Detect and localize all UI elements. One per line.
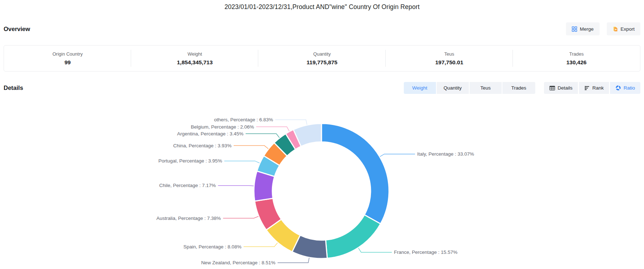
export-icon [613, 26, 618, 32]
stat-value: 119,775,875 [307, 59, 337, 66]
export-button-label: Export [621, 26, 635, 32]
tab-quantity[interactable]: Quantity [437, 82, 470, 94]
label-leader-line [218, 186, 254, 186]
stat-value: 130,426 [566, 59, 587, 66]
table-icon [549, 86, 555, 91]
label-leader-line [278, 258, 310, 263]
tab-weight[interactable]: Weight [404, 82, 437, 94]
pie-slice-france[interactable] [326, 215, 381, 258]
slice-label-china: China, Percentage : 3.93% [173, 143, 232, 148]
details-controls: Weight Quantity Teus Trades Details [404, 82, 640, 94]
ratio-view-label: Ratio [623, 85, 635, 91]
label-leader-line [243, 243, 277, 247]
slice-label-australia: Australia, Percentage : 7.38% [156, 216, 221, 221]
label-leader-line [358, 248, 392, 252]
details-heading: Details [4, 84, 23, 91]
stat-label: Weight [187, 51, 202, 57]
page-title: 2023/01/01-2023/12/31,Product AND"wine" … [0, 0, 644, 12]
slice-label-others: others, Percentage : 6.83% [214, 117, 273, 122]
label-leader-line [275, 120, 307, 125]
label-leader-line [246, 134, 280, 138]
label-leader-line [234, 146, 268, 149]
slice-label-belgium: Belgium, Percentage : 2.06% [191, 124, 254, 130]
stat-trades: Trades 130,426 [513, 45, 640, 71]
details-view-label: Details [558, 85, 572, 91]
slice-label-italy: Italy, Percentage : 33.07% [417, 151, 474, 157]
slice-label-new-zealand: New Zealand, Percentage : 8.51% [201, 260, 276, 265]
ratio-view-button[interactable]: Ratio [610, 82, 640, 94]
overview-heading: Overview [4, 26, 30, 32]
stat-label: Trades [569, 51, 584, 57]
merge-button[interactable]: Merge [566, 22, 600, 35]
slice-label-portugal: Portugal, Percentage : 3.95% [159, 158, 222, 164]
stat-weight: Weight 1,854,345,713 [131, 45, 258, 71]
slice-label-argentina: Argentina, Percentage : 3.45% [177, 131, 243, 136]
label-leader-line [380, 154, 415, 157]
overview-header-row: Overview Merge Export [4, 22, 640, 35]
rank-view-button[interactable]: Rank [579, 82, 609, 94]
stat-value: 197,750.01 [435, 59, 463, 66]
stat-label: Origin Country [52, 51, 83, 57]
tab-teus[interactable]: Teus [470, 82, 502, 94]
label-leader-line [224, 161, 260, 163]
stat-value: 99 [64, 59, 70, 66]
pie-slice-italy[interactable] [321, 123, 389, 224]
stat-origin-country: Origin Country 99 [4, 45, 131, 71]
overview-actions: Merge Export [566, 22, 640, 35]
tab-trades[interactable]: Trades [502, 82, 535, 94]
stat-label: Quantity [313, 51, 330, 57]
stat-quantity: Quantity 119,775,875 [258, 45, 385, 71]
details-header-row: Details Weight Quantity Teus Trades Deta… [4, 82, 640, 94]
metric-tabs: Weight Quantity Teus Trades [404, 82, 535, 94]
stat-value: 1,854,345,713 [177, 59, 213, 66]
view-mode-buttons: Details Rank [544, 82, 640, 94]
slice-label-spain: Spain, Percentage : 8.08% [183, 244, 242, 250]
stat-teus: Teus 197,750.01 [386, 45, 513, 71]
overview-stats-card: Origin Country 99 Weight 1,854,345,713 Q… [4, 45, 640, 71]
details-view-button[interactable]: Details [544, 82, 578, 94]
merge-button-label: Merge [580, 26, 593, 32]
ratio-donut-chart: Italy, Percentage : 33.07%France, Percen… [0, 97, 644, 269]
label-leader-line [256, 127, 289, 131]
rank-icon [584, 86, 590, 91]
donut-chart-svg: Italy, Percentage : 33.07%France, Percen… [0, 97, 644, 269]
label-leader-line [223, 216, 259, 218]
slice-label-chile: Chile, Percentage : 7.17% [159, 183, 216, 188]
merge-icon [572, 26, 577, 32]
donut-icon [615, 85, 621, 91]
stat-label: Teus [444, 51, 454, 57]
slice-label-france: France, Percentage : 15.57% [394, 250, 458, 255]
rank-view-label: Rank [592, 85, 604, 91]
export-button[interactable]: Export [607, 22, 640, 35]
